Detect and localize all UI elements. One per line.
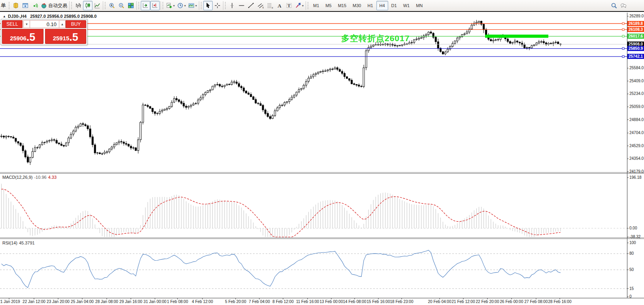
candle xyxy=(432,33,434,37)
timeframe-h1-button[interactable]: H1 xyxy=(364,1,376,10)
toolbar-separator xyxy=(103,1,103,10)
timeframe-m15-button[interactable]: M15 xyxy=(335,1,349,10)
timeframe-m1-button[interactable]: M1 xyxy=(310,1,322,10)
text-button[interactable]: A xyxy=(275,1,284,10)
level-handle[interactable] xyxy=(622,55,624,57)
fibonacci-button[interactable]: F xyxy=(265,1,275,10)
dropdown-arrow-icon[interactable]: ▾ xyxy=(184,4,186,8)
candle xyxy=(313,75,314,77)
timeframe-w1-button[interactable]: W1 xyxy=(400,1,413,10)
candle xyxy=(538,42,540,43)
timeframe-m5-button[interactable]: M5 xyxy=(322,1,334,10)
candle xyxy=(336,68,338,69)
market-window-button[interactable] xyxy=(21,1,30,10)
chat-button[interactable] xyxy=(619,1,628,10)
candle xyxy=(325,71,326,71)
text-label-icon: T xyxy=(286,2,292,9)
dropdown-arrow-icon[interactable]: ▾ xyxy=(302,4,304,8)
candle xyxy=(65,143,67,146)
tile-windows-button[interactable] xyxy=(126,1,136,10)
time-axis-label: 28 Feb 16:00 xyxy=(548,299,572,304)
candle xyxy=(457,38,458,41)
price-scale-tick: 24354.0 xyxy=(629,156,644,161)
candle xyxy=(161,110,163,111)
periods-clock-button[interactable]: ▾ xyxy=(176,1,187,10)
candle xyxy=(51,140,53,140)
level-handle[interactable] xyxy=(622,23,624,25)
candle xyxy=(341,72,343,74)
zoom-in-button[interactable] xyxy=(107,1,117,10)
support-zone-rectangle[interactable] xyxy=(485,35,548,38)
candle xyxy=(550,43,552,44)
signal-icon xyxy=(32,2,38,9)
new-order-button[interactable]: 单 xyxy=(1,2,6,9)
candlestick-button[interactable] xyxy=(83,1,93,10)
dropdown-arrow-icon[interactable]: ▾ xyxy=(173,4,175,8)
candle xyxy=(555,42,557,42)
sell-price-button[interactable]: 25906 .5 xyxy=(2,29,43,44)
toolbar-grip xyxy=(138,2,139,9)
book-button[interactable] xyxy=(11,1,21,10)
text-label-button[interactable]: T xyxy=(284,1,294,10)
chart-annotation-text[interactable]: 多空转折点26017 xyxy=(341,33,410,44)
indicators-add-button[interactable]: ▾ xyxy=(165,1,176,10)
candle xyxy=(452,44,453,47)
sell-button[interactable]: SELL xyxy=(2,20,23,28)
macd-scale-tick: 0.00 xyxy=(629,226,644,230)
autotrading-button[interactable]: 自动交易 xyxy=(40,1,68,10)
candle xyxy=(454,41,456,43)
templates-button[interactable]: ▾ xyxy=(187,1,198,10)
signal-button[interactable] xyxy=(30,1,40,10)
zoom-out-button[interactable] xyxy=(117,1,126,10)
timeframe-d1-button[interactable]: D1 xyxy=(388,1,400,10)
bar-chart-button[interactable] xyxy=(74,1,83,10)
candle xyxy=(445,52,446,54)
candle xyxy=(39,145,41,147)
timeframe-h4-button[interactable]: H4 xyxy=(376,1,388,10)
autotrading-label: 自动交易 xyxy=(48,2,67,9)
candle xyxy=(190,105,192,106)
candle xyxy=(87,126,89,129)
candle xyxy=(80,124,81,126)
candle xyxy=(243,88,245,91)
dropdown-arrow-icon[interactable]: ▾ xyxy=(195,4,197,8)
time-axis-label: 27 Feb 08:00 xyxy=(525,299,548,304)
candle xyxy=(346,77,348,78)
cursor-button[interactable] xyxy=(203,1,213,10)
search-button[interactable] xyxy=(609,1,619,10)
timeframe-mn-button[interactable]: MN xyxy=(413,1,426,10)
level-handle[interactable] xyxy=(622,47,624,49)
zoom-out-icon xyxy=(118,2,125,9)
price-chart-canvas[interactable] xyxy=(0,12,644,305)
level-handle[interactable] xyxy=(622,28,624,30)
buy-price-button[interactable]: 25915 .5 xyxy=(45,29,87,44)
timeframe-m30-button[interactable]: M30 xyxy=(349,1,364,10)
volume-input[interactable] xyxy=(30,20,59,28)
auto-scroll-button[interactable] xyxy=(141,1,150,10)
vertical-line-button[interactable] xyxy=(227,1,237,10)
macd-scale-tick: 196.18 xyxy=(629,175,644,180)
time-axis-label: 31 Jan 00:00 xyxy=(144,299,166,304)
candle xyxy=(171,102,173,107)
volume-increase-button[interactable]: ▲ xyxy=(59,20,66,28)
toolbar-grip xyxy=(71,2,72,9)
trendline-button[interactable] xyxy=(246,1,256,10)
toolbar-separator xyxy=(69,1,70,10)
fibonacci-icon: F xyxy=(267,2,273,9)
candle xyxy=(497,40,499,40)
candle xyxy=(138,140,139,150)
horizontal-line-button[interactable] xyxy=(237,1,246,10)
crosshair-button[interactable] xyxy=(213,1,222,10)
channel-button[interactable]: E xyxy=(256,1,265,10)
time-axis-label: 25 Jan 04:00 xyxy=(71,299,94,304)
line-chart-button[interactable] xyxy=(93,1,102,10)
volume-decrease-button[interactable]: ▼ xyxy=(23,20,30,28)
panel-collapse-icon[interactable]: ▲ xyxy=(3,15,6,18)
chart-shift-button[interactable] xyxy=(150,1,160,10)
arrows-button[interactable]: ▾ xyxy=(294,1,305,10)
candle xyxy=(375,45,376,45)
toolbar-separator xyxy=(306,1,306,10)
level-handle[interactable] xyxy=(622,35,624,37)
buy-button[interactable]: BUY xyxy=(66,20,86,28)
buy-price-main: 25915 xyxy=(53,34,70,42)
